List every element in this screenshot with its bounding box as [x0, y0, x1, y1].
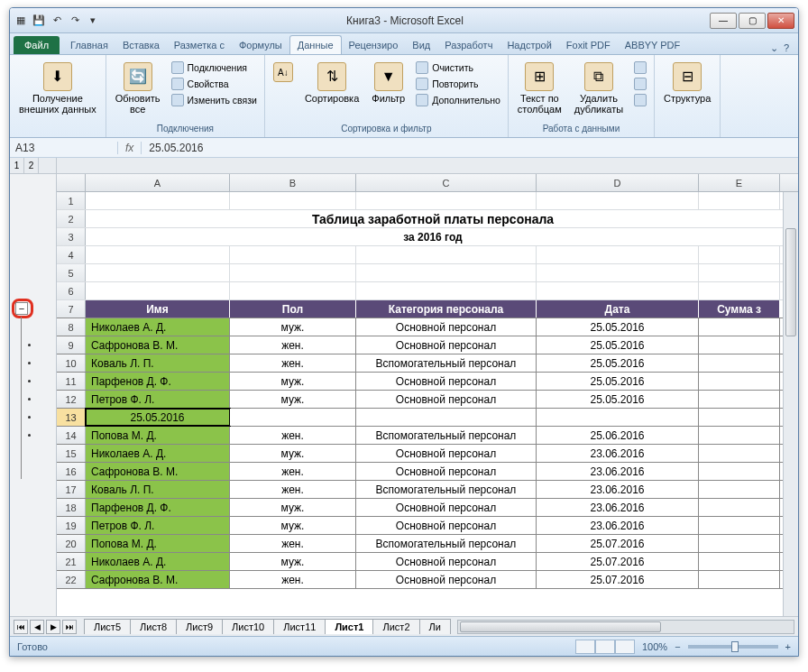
row-header[interactable]: 15	[57, 445, 86, 462]
outline-level-2[interactable]: 2	[24, 158, 39, 173]
cell[interactable]: муж.	[230, 445, 356, 462]
row-header[interactable]: 9	[57, 336, 86, 354]
row-header[interactable]: 11	[57, 373, 86, 390]
cell[interactable]: 23.06.2016	[537, 445, 699, 462]
cell[interactable]	[230, 409, 356, 426]
cell[interactable]: Сафронова В. М.	[86, 463, 230, 480]
cell[interactable]: жен.	[230, 427, 356, 444]
text-to-columns-button[interactable]: ⊞Текст по столбцам	[514, 60, 565, 116]
cell[interactable]: жен.	[230, 354, 356, 372]
cell[interactable]	[537, 409, 699, 426]
cell[interactable]	[699, 445, 780, 462]
row-header[interactable]: 21	[57, 553, 86, 570]
whatif-button[interactable]	[632, 93, 648, 107]
cell[interactable]: 25.07.2016	[537, 553, 699, 570]
ribbon-tab-данные[interactable]: Данные	[289, 35, 342, 54]
cell[interactable]: 25.05.2016	[537, 336, 699, 354]
cell[interactable]: жен.	[230, 336, 356, 354]
cell[interactable]	[699, 373, 780, 390]
fx-icon[interactable]: fx	[118, 142, 142, 154]
ribbon-tab-рецензиро[interactable]: Рецензиро	[342, 36, 406, 54]
ribbon-tab-разметка с[interactable]: Разметка с	[167, 36, 232, 54]
zoom-out-button[interactable]: −	[675, 641, 680, 652]
cell[interactable]: Основной персонал	[356, 517, 537, 534]
row-header[interactable]: 2	[57, 210, 86, 227]
cell[interactable]: Парфенов Д. Ф.	[86, 499, 230, 516]
view-normal-button[interactable]	[575, 640, 595, 654]
row-header[interactable]: 22	[57, 571, 86, 588]
cell[interactable]: Петров Ф. Л.	[86, 391, 230, 408]
qat-more-icon[interactable]: ▾	[86, 14, 100, 28]
cell[interactable]: Сафронова В. М.	[86, 571, 230, 588]
cell[interactable]: Николаев А. Д.	[86, 445, 230, 462]
row-header[interactable]: 17	[57, 481, 86, 498]
cell[interactable]: 25.07.2016	[537, 571, 699, 588]
ribbon-tab-главная[interactable]: Главная	[63, 36, 115, 54]
cell[interactable]	[699, 409, 780, 426]
row-header[interactable]: 12	[57, 391, 86, 408]
cell[interactable]: Коваль Л. П.	[86, 354, 230, 372]
help-icon[interactable]: ?	[784, 42, 789, 54]
table-subtitle[interactable]: за 2016 год	[86, 228, 780, 245]
spreadsheet-grid[interactable]: A B C D E 1 2Таблица заработной платы пе…	[57, 174, 798, 616]
table-title[interactable]: Таблица заработной платы персонала	[86, 210, 780, 227]
cell[interactable]: Вспомогательный персонал	[356, 535, 537, 552]
header-gender[interactable]: Пол	[230, 300, 356, 318]
cell[interactable]: муж.	[230, 373, 356, 390]
cell[interactable]	[699, 553, 780, 570]
properties-button[interactable]: Свойства	[170, 77, 259, 91]
cell[interactable]: муж.	[230, 517, 356, 534]
row-header[interactable]: 6	[57, 282, 86, 299]
cell[interactable]: муж.	[230, 391, 356, 408]
cell[interactable]: жен.	[230, 571, 356, 588]
row-header[interactable]: 18	[57, 499, 86, 516]
header-date[interactable]: Дата	[537, 300, 699, 318]
sheet-tab[interactable]: Лист8	[130, 619, 177, 634]
row-header[interactable]: 16	[57, 463, 86, 480]
cell[interactable]: Попова М. Д.	[86, 535, 230, 552]
vscroll-thumb[interactable]	[785, 228, 796, 336]
cell[interactable]: Вспомогательный персонал	[356, 354, 537, 372]
cell[interactable]: Коваль Л. П.	[86, 481, 230, 498]
refresh-all-button[interactable]: 🔄 Обновить все	[112, 60, 164, 116]
cell[interactable]	[699, 463, 780, 480]
sheet-nav-first[interactable]: ⏮	[14, 620, 28, 634]
cell[interactable]: Николаев А. Д.	[86, 318, 230, 336]
outline-collapse-button[interactable]: −	[15, 302, 28, 315]
cell[interactable]	[699, 571, 780, 588]
name-box[interactable]: A13	[10, 142, 118, 154]
cell[interactable]: муж.	[230, 553, 356, 570]
row-header[interactable]: 8	[57, 318, 86, 336]
cell[interactable]: 23.06.2016	[537, 499, 699, 516]
filter-button[interactable]: ▼Фильтр	[368, 60, 409, 106]
sheet-tab[interactable]: Лист11	[273, 619, 326, 634]
cell[interactable]: 23.06.2016	[537, 463, 699, 480]
cell[interactable]	[356, 409, 537, 426]
cell[interactable]: Сафронова В. М.	[86, 336, 230, 354]
header-name[interactable]: Имя	[86, 300, 230, 318]
undo-icon[interactable]: ↶	[50, 14, 64, 28]
cell[interactable]: Петров Ф. Л.	[86, 517, 230, 534]
cell[interactable]: 23.06.2016	[537, 481, 699, 498]
row-header[interactable]: 4	[57, 246, 86, 263]
col-header-A[interactable]: A	[86, 174, 230, 191]
minimize-button[interactable]: —	[710, 13, 737, 29]
consolidate-button[interactable]	[632, 77, 648, 91]
sheet-nav-prev[interactable]: ◀	[30, 620, 44, 634]
row-header[interactable]: 3	[57, 228, 86, 245]
ribbon-tab-надстрой[interactable]: Надстрой	[500, 36, 558, 54]
select-all-corner[interactable]	[57, 174, 86, 191]
cell[interactable]: Основной персонал	[356, 336, 537, 354]
cell[interactable]: Основной персонал	[356, 499, 537, 516]
cell[interactable]	[699, 481, 780, 498]
sheet-tab[interactable]: Лист5	[84, 619, 131, 634]
outline-level-1[interactable]: 1	[10, 158, 24, 173]
ribbon-tab-разработч[interactable]: Разработч	[437, 36, 500, 54]
col-header-B[interactable]: B	[230, 174, 356, 191]
reapply-button[interactable]: Повторить	[414, 77, 502, 91]
cell[interactable]: Основной персонал	[356, 571, 537, 588]
cell[interactable]	[699, 336, 780, 354]
ribbon-tab-вид[interactable]: Вид	[405, 36, 437, 54]
cell[interactable]: жен.	[230, 463, 356, 480]
cell[interactable]	[699, 354, 780, 372]
